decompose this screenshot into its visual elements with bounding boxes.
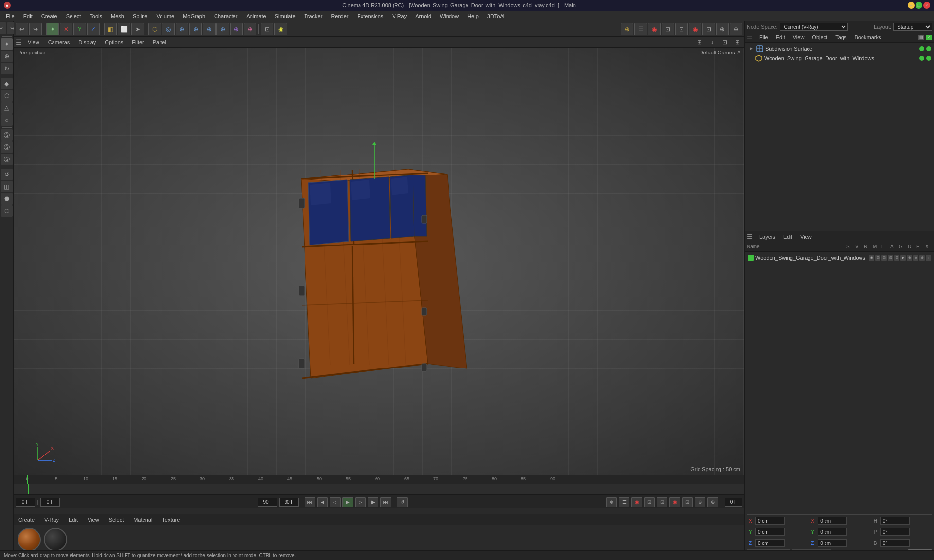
tl-render-btn5[interactable]: ⊡ (657, 497, 667, 507)
menu-window[interactable]: Window (436, 12, 463, 20)
vp-cameras-menu[interactable]: Cameras (45, 38, 73, 46)
layers-edit[interactable]: Edit (780, 233, 795, 241)
om-edit[interactable]: Edit (773, 34, 788, 41)
layers-menu-icon[interactable]: ☰ (747, 233, 753, 240)
mat-edit[interactable]: Edit (66, 516, 81, 524)
camera-btn[interactable]: ⊡ (261, 23, 273, 35)
deform-btn[interactable]: ⊕ (230, 23, 243, 35)
menu-character[interactable]: Character (210, 12, 241, 20)
nurbs-btn[interactable]: ⊕ (216, 23, 229, 35)
vp-restore-btn[interactable]: ↓ (707, 38, 717, 47)
coord-z-rot[interactable] (818, 539, 847, 547)
preview-end-input[interactable] (279, 498, 299, 507)
tl-render-btn4[interactable]: ⊡ (644, 497, 655, 507)
menu-animate[interactable]: Animate (242, 12, 269, 20)
effector-btn[interactable]: ⊕ (244, 23, 256, 35)
vp-fullscreen-btn[interactable]: ⊡ (720, 38, 730, 47)
redo-toolbar[interactable]: ↪ (29, 23, 42, 35)
menu-file[interactable]: File (2, 12, 18, 20)
tl-render-btn9[interactable]: ⊕ (707, 497, 718, 507)
vp-options-menu[interactable]: Options (102, 38, 126, 46)
coord-x-rot[interactable] (818, 517, 847, 525)
menu-tools[interactable]: Tools (86, 12, 106, 20)
end-frame-counter[interactable] (725, 498, 742, 507)
maximize-button[interactable]: □ (916, 2, 922, 9)
layer-row-1[interactable]: Wooden_Swing_Garage_Door_with_Windows ◉ … (746, 253, 933, 262)
menu-volume[interactable]: Volume (152, 12, 178, 20)
layer-icon-r[interactable]: ⊡ (881, 255, 887, 261)
preview-start-input[interactable] (258, 498, 277, 507)
tl-render-btn3[interactable]: ◉ (631, 497, 642, 507)
menu-3dtoall[interactable]: 3DToAll (484, 12, 510, 20)
om-file[interactable]: File (756, 34, 771, 41)
spline-btn[interactable]: ⊕ (203, 23, 216, 35)
mat-vray[interactable]: V-Ray (41, 516, 62, 524)
menu-edit[interactable]: Edit (19, 12, 36, 20)
vp-view-menu[interactable]: View (25, 38, 42, 46)
z-axis-btn[interactable]: Z (87, 23, 100, 35)
om-row-subdivision[interactable]: Subdivision Surface (746, 44, 933, 53)
render-active-obj[interactable]: ☰ (634, 23, 647, 35)
menu-tracker[interactable]: Tracker (301, 12, 326, 20)
render-region[interactable]: ⊡ (662, 23, 674, 35)
x-axis-btn[interactable]: ✕ (60, 23, 72, 35)
tl-render-btn7[interactable]: ⊡ (682, 497, 693, 507)
mat-select[interactable]: Select (106, 516, 127, 524)
play-btn[interactable]: ▶ (342, 497, 353, 507)
next-keyframe-btn[interactable]: ▷ (355, 497, 366, 507)
vp-filter-menu[interactable]: Filter (129, 38, 146, 46)
layer-icon-d[interactable]: ⊕ (913, 255, 918, 261)
vray-render[interactable]: ◉ (689, 23, 701, 35)
render-settings[interactable]: ⊡ (675, 23, 688, 35)
menu-mesh[interactable]: Mesh (107, 12, 128, 20)
vp-close-btn[interactable]: ⊞ (733, 38, 742, 47)
rotate-tool[interactable]: ↻ (1, 63, 13, 74)
current-frame-input[interactable] (16, 498, 35, 507)
vray-ipr[interactable]: ⊡ (702, 23, 715, 35)
light-btn[interactable]: ◉ (274, 23, 287, 35)
menu-vray[interactable]: V-Ray (388, 12, 411, 20)
om-view[interactable]: View (790, 34, 808, 41)
tool-s3[interactable]: Ⓢ (1, 154, 13, 165)
tool-grid[interactable]: ◫ (1, 181, 13, 192)
tool-circle[interactable]: ⬡ (1, 205, 13, 217)
vp-expand-btn[interactable]: ⊞ (695, 38, 704, 47)
om-rend-dot-2[interactable] (926, 56, 931, 61)
menu-help[interactable]: Help (464, 12, 483, 20)
tool-bend[interactable]: ↺ (1, 169, 13, 180)
vp-display-menu[interactable]: Display (75, 38, 99, 46)
menu-create[interactable]: Create (37, 12, 61, 20)
tool-hex[interactable]: ⬣ (1, 193, 13, 205)
mat-view[interactable]: View (85, 516, 102, 524)
tl-render-btn1[interactable]: ⊕ (606, 497, 617, 507)
menu-arnold[interactable]: Arnold (412, 12, 435, 20)
viewport-menu-icon[interactable]: ☰ (16, 38, 22, 46)
scale-tool[interactable]: ⊕ (1, 51, 13, 62)
menu-render[interactable]: Render (327, 12, 352, 20)
y-axis-btn[interactable]: Y (73, 23, 86, 35)
render-to-picture[interactable]: ⊕ (621, 23, 633, 35)
tool-s2[interactable]: Ⓢ (1, 141, 13, 153)
menu-extensions[interactable]: Extensions (353, 12, 387, 20)
object-mode[interactable]: ◆ (1, 78, 13, 89)
loop-btn[interactable]: ↺ (397, 497, 408, 507)
cube-btn[interactable]: ⬡ (148, 23, 161, 35)
edit-mode-btn[interactable]: ⬜ (118, 23, 130, 35)
om-vis-dot-1[interactable] (919, 46, 924, 51)
minimize-button[interactable]: − (908, 2, 915, 9)
close-button[interactable]: × (923, 2, 930, 9)
extra-btn[interactable]: ⊕ (730, 23, 742, 35)
timeline-track[interactable] (14, 484, 744, 495)
layer-icon-m[interactable]: ⊡ (888, 255, 893, 261)
coord-p-val[interactable] (880, 528, 910, 536)
om-vis-dot-2[interactable] (919, 56, 924, 61)
coord-z-pos[interactable] (755, 539, 785, 547)
frame-offset-input[interactable] (40, 498, 60, 507)
layers-menu[interactable]: Layers (756, 233, 778, 241)
interactive-render[interactable]: ◉ (648, 23, 661, 35)
menu-spline[interactable]: Spline (129, 12, 152, 20)
plane-btn[interactable]: ⊕ (189, 23, 202, 35)
vray-settings[interactable]: ⊕ (716, 23, 729, 35)
coord-y-rot[interactable] (818, 528, 847, 536)
coord-b-val[interactable] (880, 539, 910, 547)
